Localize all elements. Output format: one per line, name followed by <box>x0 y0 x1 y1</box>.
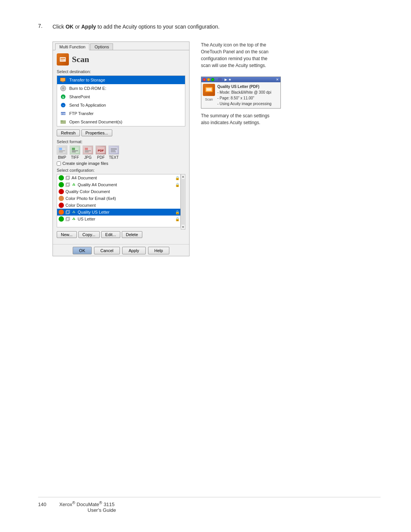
svg-rect-33 <box>111 149 117 150</box>
config-item-quality-us[interactable]: Quality US Letter 🔒 <box>57 209 180 216</box>
config-label-color-photo: Color Photo for Email (6x4) <box>65 196 179 201</box>
mini-scan-section: Scan <box>203 84 215 107</box>
dest-item-cdrom[interactable]: Burn to CD-ROM E: <box>57 84 185 93</box>
config-label-quality-a4: Quality A4 Document <box>78 182 174 187</box>
mini-min-btn[interactable] <box>207 78 210 81</box>
main-layout: Multi Function Options Scan S <box>53 42 381 256</box>
sharepoint-icon: S <box>59 94 67 100</box>
config-item-us-letter[interactable]: US Letter 🔒 <box>57 216 180 222</box>
config-scrollbar[interactable]: ▲ ▼ <box>181 174 185 230</box>
config-icon-us-letter <box>59 216 64 222</box>
mini-window-close[interactable]: ✕ <box>276 78 279 81</box>
config-label: Select configuration: <box>57 168 185 173</box>
svg-rect-32 <box>111 148 117 149</box>
dest-item-ftp[interactable]: FTP FTP Transfer <box>57 109 185 118</box>
dest-label-sendapp: Send To Application <box>69 103 106 107</box>
jpg-label: JPG <box>84 155 91 160</box>
tab-multi-function[interactable]: Multi Function <box>55 43 89 50</box>
svg-rect-4 <box>61 78 65 81</box>
svg-text:S: S <box>62 96 64 99</box>
svg-rect-2 <box>61 60 64 60</box>
scroll-down-btn[interactable]: ▼ <box>182 225 185 229</box>
config-label-a4: A4 Document <box>72 176 174 180</box>
config-copy-icon-a4 <box>65 176 70 180</box>
lock-us-letter: 🔒 <box>175 217 179 221</box>
footer-sup2: ® <box>99 500 102 505</box>
config-item-color-photo[interactable]: Color Photo for Email (6x4) <box>57 195 180 202</box>
pdf-label: PDF <box>97 155 105 160</box>
config-icon-quality-color <box>59 189 64 194</box>
create-single-files-label: Create single image files <box>62 161 108 166</box>
mini-max-btn[interactable] <box>211 78 214 81</box>
format-pdf[interactable]: PDF PDF <box>96 145 106 160</box>
sendapp-icon: → <box>59 102 67 108</box>
apply-button[interactable]: Apply <box>122 247 146 254</box>
ftp-icon: FTP <box>59 110 67 117</box>
svg-rect-36 <box>66 177 69 180</box>
bmp-icon <box>57 145 67 155</box>
config-item-quality-a4[interactable]: Quality A4 Document 🔒 <box>57 181 180 188</box>
ok-button[interactable]: OK <box>73 247 92 254</box>
scan-title: Scan <box>72 54 89 64</box>
right-panel: The Acuity icon on the top of the OneTou… <box>201 42 381 256</box>
svg-rect-35 <box>111 152 116 152</box>
config-list[interactable]: A4 Document 🔒 Q <box>57 174 181 227</box>
bmp-label: BMP <box>58 155 66 160</box>
svg-rect-31 <box>110 147 118 153</box>
format-bmp[interactable]: BMP <box>57 145 67 160</box>
config-item-quality-color[interactable]: Quality Color Document <box>57 188 180 195</box>
mini-window: ▶ ★ ✕ Scan <box>201 77 281 109</box>
destination-list: Transfer to Storage Burn to CD-ROM E: <box>57 75 185 126</box>
svg-rect-5 <box>62 81 64 82</box>
dest-item-sendapp[interactable]: → Send To Application <box>57 101 185 109</box>
edit-button[interactable]: Edit... <box>101 231 120 238</box>
config-item-color-doc[interactable]: Color Document <box>57 202 180 209</box>
svg-rect-40 <box>66 211 69 214</box>
dest-item-sharepoint[interactable]: S SharePoint <box>57 93 185 101</box>
config-label-us-letter: US Letter <box>78 217 174 221</box>
svg-rect-1 <box>61 58 65 59</box>
scroll-up-btn[interactable]: ▲ <box>182 175 185 178</box>
dialog-tabs: Multi Function Options <box>53 42 189 50</box>
cancel-button[interactable]: Cancel <box>94 247 120 254</box>
properties-button[interactable]: Properties... <box>81 129 112 136</box>
config-label-quality-color: Quality Color Document <box>65 189 179 194</box>
svg-rect-41 <box>67 210 70 213</box>
format-text[interactable]: TEXT <box>108 145 119 160</box>
copy-button[interactable]: Copy... <box>78 231 100 238</box>
mini-line1: - Mode: Black&White @ 300 dpi <box>217 89 271 95</box>
dest-item-transfer[interactable]: Transfer to Storage <box>57 76 185 84</box>
new-button[interactable]: New... <box>57 231 77 238</box>
dest-label-transfer: Transfer to Storage <box>69 78 105 82</box>
lock-quality-a4: 🔒 <box>175 183 179 187</box>
svg-rect-37 <box>67 176 70 179</box>
footer-brand-name: Xerox <box>59 502 72 507</box>
tab-options[interactable]: Options <box>90 43 113 50</box>
config-item-a4[interactable]: A4 Document 🔒 <box>57 174 180 181</box>
dest-item-open[interactable]: Open Scanned Document(s) <box>57 118 185 126</box>
footer-product: DocuMate <box>76 502 99 507</box>
format-jpg[interactable]: JPG <box>83 145 93 160</box>
mini-nav-arrow: ▶ <box>225 78 227 81</box>
svg-rect-0 <box>60 57 66 62</box>
acuity-note: The Acuity icon on the top of the OneTou… <box>201 42 277 69</box>
config-copy-icon-quality-us <box>65 210 70 214</box>
svg-rect-23 <box>72 150 78 151</box>
mini-close-btn[interactable] <box>203 78 206 81</box>
help-button[interactable]: Help <box>148 247 170 254</box>
mini-title: Quality US Letter (PDF) <box>217 84 271 89</box>
dest-label-open: Open Scanned Document(s) <box>69 120 122 124</box>
svg-rect-42 <box>66 218 69 221</box>
refresh-button[interactable]: Refresh <box>57 129 80 136</box>
format-row: BMP <box>57 145 185 160</box>
svg-rect-19 <box>59 150 65 151</box>
svg-rect-28 <box>85 152 89 152</box>
delete-button[interactable]: Delete <box>122 231 142 238</box>
step-or: or <box>75 24 81 30</box>
format-label: Select format: <box>57 139 185 144</box>
mini-scan-icon <box>203 84 215 96</box>
mini-nav-icon <box>218 78 222 81</box>
dest-label-sharepoint: SharePoint <box>69 94 90 99</box>
create-single-files-checkbox[interactable] <box>57 161 61 166</box>
format-tiff[interactable]: TIFF <box>70 145 80 160</box>
